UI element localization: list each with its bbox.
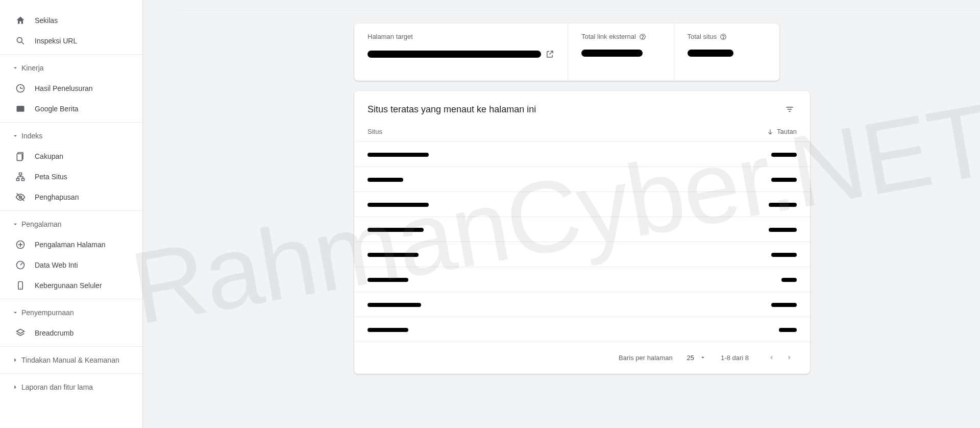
summary-total-sites: Total situs xyxy=(674,23,780,81)
plus-circle-icon xyxy=(14,239,27,251)
chevron-right-icon xyxy=(10,355,20,365)
redacted-value xyxy=(368,178,403,182)
news-icon xyxy=(14,103,27,115)
table-header-row: Situs Tautan xyxy=(354,121,810,142)
mobile-icon xyxy=(14,279,27,292)
next-page-button xyxy=(781,349,798,366)
table-row[interactable] xyxy=(354,217,810,242)
sidebar-item-label: Hasil Penelusuran xyxy=(35,84,93,92)
summary-label-text: Total link eksternal xyxy=(581,33,636,40)
sidebar-item-label: Inspeksi URL xyxy=(35,37,77,45)
summary-target-page: Halaman target xyxy=(354,23,568,81)
summary-label: Total situs xyxy=(688,33,767,40)
svg-point-0 xyxy=(17,37,22,42)
chevron-right-icon xyxy=(10,382,20,392)
sidebar-section-index[interactable]: Indeks xyxy=(0,126,142,146)
help-icon[interactable] xyxy=(720,33,727,40)
google-g-icon xyxy=(14,82,27,94)
rows-per-page-select[interactable]: 25 xyxy=(687,354,706,362)
svg-line-1 xyxy=(22,42,24,44)
redacted-value xyxy=(368,278,408,282)
sidebar-item-breadcrumb[interactable]: Breadcrumb xyxy=(0,323,142,343)
cell-site xyxy=(368,325,408,334)
summary-label-text: Total situs xyxy=(688,33,717,40)
sidebar-item-sitemaps[interactable]: Peta Situs xyxy=(0,167,142,187)
sidebar: Sekilas Inspeksi URL Kinerja Hasil Penel… xyxy=(0,0,143,428)
table-row[interactable] xyxy=(354,267,810,292)
table-row[interactable] xyxy=(354,292,810,317)
svg-rect-3 xyxy=(17,106,24,112)
chevron-down-icon xyxy=(699,354,706,361)
sidebar-item-page-experience[interactable]: Pengalaman Halaman xyxy=(0,234,142,255)
rows-per-page-value: 25 xyxy=(687,354,694,362)
sidebar-item-label: Cakupan xyxy=(35,152,63,160)
main-content: Halaman target Total link eksternal xyxy=(143,0,980,428)
cell-links xyxy=(769,225,797,233)
redacted-url xyxy=(368,51,541,58)
table-row[interactable] xyxy=(354,142,810,167)
table-row[interactable] xyxy=(354,192,810,217)
sidebar-item-coverage[interactable]: Cakupan xyxy=(0,146,142,167)
column-header-label: Tautan xyxy=(777,128,797,135)
cell-links xyxy=(771,175,797,183)
summary-value xyxy=(688,50,767,57)
redacted-value xyxy=(688,50,733,57)
divider xyxy=(0,299,142,299)
redacted-value xyxy=(781,278,797,282)
table-row[interactable] xyxy=(354,167,810,192)
redacted-value xyxy=(769,228,797,232)
filter-button[interactable] xyxy=(782,102,797,116)
arrow-down-icon xyxy=(767,128,774,135)
redacted-value xyxy=(368,153,429,157)
sidebar-item-overview[interactable]: Sekilas xyxy=(0,10,142,31)
svg-point-20 xyxy=(723,38,724,38)
sidebar-item-core-web-vitals[interactable]: Data Web Inti xyxy=(0,255,142,275)
sidebar-section-experience[interactable]: Pengalaman xyxy=(0,214,142,234)
open-in-new-icon[interactable] xyxy=(545,50,554,59)
sidebar-section-legacy[interactable]: Laporan dan fitur lama xyxy=(0,377,142,397)
rows-per-page-label: Baris per halaman xyxy=(619,354,673,362)
sidebar-item-search-results[interactable]: Hasil Penelusuran xyxy=(0,78,142,99)
pagination-range: 1-8 dari 8 xyxy=(721,354,749,362)
column-header-site[interactable]: Situs xyxy=(368,128,382,135)
sitemap-icon xyxy=(14,171,27,183)
search-icon xyxy=(14,35,27,47)
svg-rect-7 xyxy=(17,178,19,180)
sidebar-item-removals[interactable]: Penghapusan xyxy=(0,187,142,207)
table-row[interactable] xyxy=(354,317,810,342)
sidebar-item-label: Breadcrumb xyxy=(35,329,74,337)
svg-rect-6 xyxy=(19,173,22,175)
redacted-value xyxy=(581,50,643,57)
redacted-value xyxy=(779,328,797,332)
layers-icon xyxy=(14,327,27,339)
cell-links xyxy=(771,300,797,308)
summary-label: Total link eksternal xyxy=(581,33,660,40)
sidebar-item-inspect-url[interactable]: Inspeksi URL xyxy=(0,31,142,51)
top-linking-sites-card: Situs teratas yang menaut ke halaman ini… xyxy=(354,91,810,374)
sidebar-section-enhancements[interactable]: Penyempurnaan xyxy=(0,302,142,323)
redacted-value xyxy=(771,303,797,307)
sidebar-item-label: Google Berita xyxy=(35,105,79,113)
visibility-off-icon xyxy=(14,191,27,203)
sidebar-section-label: Penyempurnaan xyxy=(21,308,74,317)
sidebar-section-label: Tindakan Manual & Keamanan xyxy=(21,356,119,364)
cell-site xyxy=(368,150,429,158)
column-header-links[interactable]: Tautan xyxy=(767,128,797,135)
sidebar-section-performance[interactable]: Kinerja xyxy=(0,58,142,78)
divider xyxy=(179,10,980,11)
sidebar-item-mobile-usability[interactable]: Kebergunaan Seluler xyxy=(0,275,142,296)
table-body xyxy=(354,142,810,342)
chevron-down-icon xyxy=(10,307,20,318)
cell-site xyxy=(368,300,421,308)
cell-links xyxy=(779,325,797,334)
prev-page-button xyxy=(763,349,779,366)
help-icon[interactable] xyxy=(639,33,646,40)
table-footer: Baris per halaman 25 1-8 dari 8 xyxy=(354,342,810,370)
table-row[interactable] xyxy=(354,242,810,267)
table-title: Situs teratas yang menaut ke halaman ini xyxy=(368,104,536,115)
sidebar-section-security[interactable]: Tindakan Manual & Keamanan xyxy=(0,350,142,370)
sidebar-item-google-news[interactable]: Google Berita xyxy=(0,99,142,119)
cell-site xyxy=(368,200,429,208)
divider xyxy=(0,373,142,374)
cell-site xyxy=(368,175,403,183)
